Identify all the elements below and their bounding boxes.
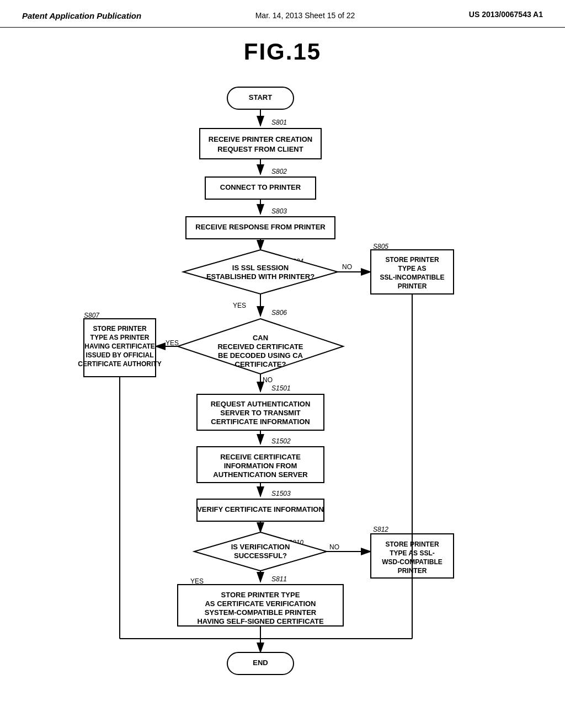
svg-text:RECEIVE PRINTER CREATION: RECEIVE PRINTER CREATION [209,135,312,143]
page-header: Patent Application Publication Mar. 14, … [0,0,565,28]
svg-text:REQUEST FROM CLIENT: REQUEST FROM CLIENT [217,145,303,153]
svg-rect-5 [200,129,321,159]
svg-text:S812: S812 [373,526,388,533]
publication-date-sheet: Mar. 14, 2013 Sheet 15 of 22 [255,10,355,22]
svg-text:NO: NO [329,543,339,551]
svg-text:STORE PRINTER: STORE PRINTER [385,256,439,264]
svg-text:IS SSL SESSION: IS SSL SESSION [232,264,289,272]
svg-text:RECEIVE RESPONSE FROM PRINTER: RECEIVE RESPONSE FROM PRINTER [195,223,326,231]
svg-text:PRINTER: PRINTER [398,282,427,290]
svg-text:YES: YES [166,339,179,347]
svg-text:INFORMATION FROM: INFORMATION FROM [224,462,297,470]
diagram-area: FIG.15 START S801 RECEIVE PRINTER CREATI… [0,28,565,694]
svg-text:BE DECODED USING CA: BE DECODED USING CA [218,351,303,360]
svg-text:IS VERIFICATION: IS VERIFICATION [231,543,290,551]
svg-text:S805: S805 [373,243,388,250]
svg-text:AS CERTIFICATE VERIFICATION: AS CERTIFICATE VERIFICATION [205,599,316,608]
svg-text:AUTHENTICATION SERVER: AUTHENTICATION SERVER [213,470,308,479]
svg-text:NO: NO [263,376,273,384]
svg-text:TYPE AS: TYPE AS [398,265,427,272]
svg-text:S1502: S1502 [271,437,291,445]
svg-text:STORE PRINTER: STORE PRINTER [93,325,146,333]
svg-text:S803: S803 [271,207,287,215]
svg-text:REQUEST AUTHENTICATION: REQUEST AUTHENTICATION [211,400,311,408]
svg-text:SUCCESSFUL?: SUCCESSFUL? [234,552,287,560]
svg-text:RECEIVE CERTIFICATE: RECEIVE CERTIFICATE [220,453,301,461]
svg-text:S1503: S1503 [271,490,291,497]
svg-text:SERVER TO TRANSMIT: SERVER TO TRANSMIT [220,409,300,417]
figure-title: FIG.15 [0,39,565,65]
svg-text:YES: YES [233,302,246,309]
svg-text:YES: YES [190,577,204,585]
svg-text:NO: NO [342,263,352,271]
svg-text:TYPE AS PRINTER: TYPE AS PRINTER [90,334,150,341]
svg-text:STORE PRINTER TYPE: STORE PRINTER TYPE [221,591,300,599]
svg-text:HAVING SELF-SIGNED CERTIFICATE: HAVING SELF-SIGNED CERTIFICATE [197,617,324,625]
svg-text:START: START [249,93,272,101]
svg-text:CERTIFICATE?: CERTIFICATE? [235,360,286,368]
svg-text:CAN: CAN [253,334,268,342]
svg-text:SSL-INCOMPATIBLE: SSL-INCOMPATIBLE [380,274,445,281]
publication-title: Patent Application Publication [22,10,141,22]
svg-text:S802: S802 [271,168,287,175]
svg-text:HAVING CERTIFICATE: HAVING CERTIFICATE [84,342,155,350]
svg-text:S801: S801 [271,119,287,126]
svg-text:SYSTEM-COMPATIBLE PRINTER: SYSTEM-COMPATIBLE PRINTER [205,608,317,617]
svg-text:RECEIVED CERTIFICATE: RECEIVED CERTIFICATE [217,342,303,351]
svg-text:S811: S811 [271,575,287,583]
svg-text:CERTIFICATE INFORMATION: CERTIFICATE INFORMATION [211,417,310,426]
svg-text:S807: S807 [84,312,100,319]
svg-text:S806: S806 [271,309,287,317]
svg-text:VERIFY CERTIFICATE INFORMATION: VERIFY CERTIFICATE INFORMATION [197,505,324,513]
svg-text:CONNECT TO PRINTER: CONNECT TO PRINTER [220,183,301,191]
svg-text:ISSUED BY OFFICIAL: ISSUED BY OFFICIAL [86,351,153,359]
svg-text:S1501: S1501 [271,384,291,392]
svg-text:CERTIFICATE AUTHORITY: CERTIFICATE AUTHORITY [78,360,161,368]
svg-text:END: END [253,659,268,667]
svg-text:ESTABLISHED WITH PRINTER?: ESTABLISHED WITH PRINTER? [206,272,315,281]
flowchart-svg: START S801 RECEIVE PRINTER CREATION REQU… [56,76,509,683]
publication-number: US 2013/0067543 A1 [469,10,543,19]
